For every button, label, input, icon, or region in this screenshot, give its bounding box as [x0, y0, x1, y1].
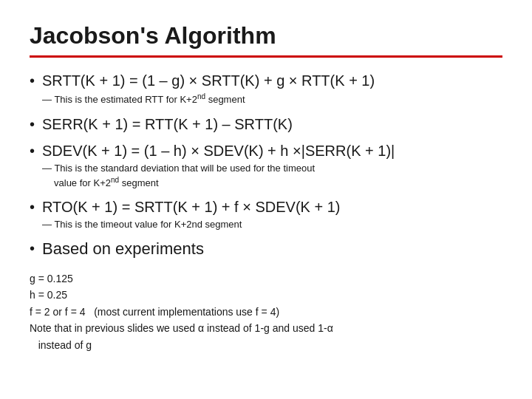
bullet-content-1: SRTT(K + 1) = (1 – g) × SRTT(K) + g × RT… — [42, 71, 502, 107]
bullet-subnote-1: — This is the estimated RTT for K+2nd se… — [42, 92, 502, 107]
bullet-content-2: SERR(K + 1) = RTT(K + 1) – SRTT(K) — [42, 115, 502, 134]
slide: Jacobson's Algorithm • SRTT(K + 1) = (1 … — [0, 0, 532, 399]
bullet-main-1: SRTT(K + 1) = (1 – g) × SRTT(K) + g × RT… — [42, 71, 502, 90]
bullet-item-5: • Based on experiments — [30, 239, 502, 260]
bullet-item-4: • RTO(K + 1) = SRTT(K + 1) + f × SDEV(K … — [30, 197, 502, 231]
bullet-dot-3: • — [30, 143, 35, 160]
title-block: Jacobson's Algorithm — [30, 22, 502, 58]
bullet-main-4: RTO(K + 1) = SRTT(K + 1) + f × SDEV(K + … — [42, 197, 502, 216]
bullet-item-2: • SERR(K + 1) = RTT(K + 1) – SRTT(K) — [30, 115, 502, 134]
bullet-content-5: Based on experiments — [42, 239, 502, 260]
bullet-content-4: RTO(K + 1) = SRTT(K + 1) + f × SDEV(K + … — [42, 197, 502, 231]
bullet-main-3: SDEV(K + 1) = (1 – h) × SDEV(K) + h ×|SE… — [42, 141, 502, 160]
bullet-main-2: SERR(K + 1) = RTT(K + 1) – SRTT(K) — [42, 115, 502, 134]
exp-line-3: f = 2 or f = 4 (most current implementat… — [30, 304, 502, 320]
bullet-dot-5: • — [30, 240, 35, 257]
exp-line-4: Note that in previous slides we used α i… — [30, 320, 502, 336]
bullet-dot-2: • — [30, 116, 35, 133]
bullet-section: • SRTT(K + 1) = (1 – g) × SRTT(K) + g × … — [30, 71, 502, 353]
bullet-subnote-4: — This is the timeout value for K+2nd se… — [42, 218, 502, 231]
bullet-item-1: • SRTT(K + 1) = (1 – g) × SRTT(K) + g × … — [30, 71, 502, 107]
experiments-block: g = 0.125 h = 0.25 f = 2 or f = 4 (most … — [30, 270, 502, 353]
slide-title: Jacobson's Algorithm — [30, 22, 502, 50]
exp-line-1: g = 0.125 — [30, 270, 502, 287]
bullet-dot-1: • — [30, 72, 35, 89]
subnote-3-line2: value for K+2nd segment — [54, 177, 159, 188]
bullet-main-5: Based on experiments — [42, 239, 502, 260]
bullet-item-3: • SDEV(K + 1) = (1 – h) × SDEV(K) + h ×|… — [30, 141, 502, 191]
exp-line-2: h = 0.25 — [30, 287, 502, 303]
bullet-dot-4: • — [30, 199, 35, 216]
exp-line-5: instead of g — [30, 337, 502, 353]
bullet-subnote-3: — This is the standard deviation that wi… — [42, 162, 502, 191]
bullet-content-3: SDEV(K + 1) = (1 – h) × SDEV(K) + h ×|SE… — [42, 141, 502, 191]
